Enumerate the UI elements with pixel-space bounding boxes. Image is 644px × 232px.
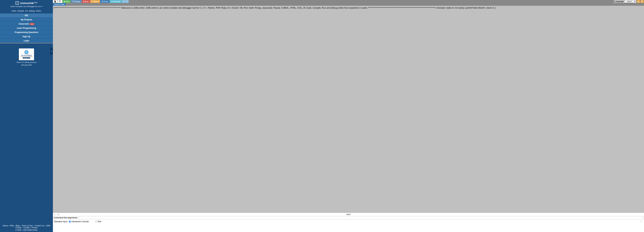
footer-about[interactable]: About [3, 225, 8, 227]
save-icon: 🖫 [102, 0, 104, 2]
expand-panel-button[interactable]: ⤢ [58, 213, 59, 216]
beautify-label: Beautify [114, 0, 120, 2]
gear-icon: ⚙ [641, 0, 643, 3]
stdin-label: Standard Input: [54, 221, 68, 223]
language-select[interactable]: -- select -- [624, 0, 636, 3]
play-icon: ▶ [64, 0, 66, 3]
stop-button[interactable]: ■Stop [82, 0, 90, 3]
nav-label: Classroom [19, 23, 29, 25]
radio-text[interactable] [95, 221, 97, 223]
sidebar: f OnlineGDBbeta online compiler and debu… [0, 0, 53, 232]
footer-contact[interactable]: Contact Us [35, 225, 44, 227]
stdin-text-option[interactable]: Text [95, 221, 101, 223]
ad-line1: GOT AN OPINION? [21, 55, 32, 56]
stdin-interactive-option[interactable]: Interactive Console [69, 221, 89, 223]
ad-caption2: and get paid! [3, 64, 50, 66]
run-label: Run [66, 0, 69, 2]
sidebar-collapse-button[interactable]: ‹ [50, 48, 53, 55]
share-label: Share [94, 0, 98, 2]
save-button[interactable]: 🖫Save [100, 0, 110, 3]
tab-bar: source code [53, 3, 644, 6]
brand-badge: beta [34, 2, 38, 3]
footer-blog[interactable]: Blog [16, 225, 20, 227]
language-label: Language [614, 0, 624, 3]
input-title: input [346, 213, 351, 216]
brand-name[interactable]: OnlineGDBbeta [20, 2, 38, 4]
radio-text-label: Text [98, 221, 101, 223]
input-header: ⌄ ⤢ input [53, 213, 644, 216]
debug-button[interactable]: ⦿Debug [71, 0, 82, 3]
footer-terms[interactable]: Terms of Use [22, 225, 32, 227]
ad-image: GOT AN OPINION? SHARE AND GET REWARDED ©… [19, 48, 34, 60]
radio-interactive-label: Interactive Console [72, 221, 89, 223]
output-area [53, 224, 644, 232]
nav-learn-programming[interactable]: Learn Programming [0, 26, 53, 30]
logo-area: f OnlineGDBbeta online compiler and debu… [0, 0, 53, 8]
nav-login[interactable]: Login [0, 39, 53, 43]
upload-icon [59, 0, 61, 2]
stop-icon: ■ [83, 0, 84, 2]
download-icon: ⭳ [124, 0, 126, 2]
args-label: Command line arguments: [54, 217, 78, 219]
settings-button[interactable]: ⚙ [641, 0, 644, 3]
ad-line2: SHARE AND GET REWARDED [20, 56, 32, 57]
download-button[interactable]: ⭳ [122, 0, 128, 3]
new-badge: new [30, 23, 34, 25]
save-label: Save [104, 0, 108, 2]
debug-icon: ⦿ [72, 0, 74, 2]
stdin-row: Standard Input: Interactive Console Text… [53, 220, 644, 224]
footer-credits[interactable]: Credits [24, 227, 30, 229]
nav: IDE My Projects Classroomnew Learn Progr… [0, 13, 53, 43]
logo-icon: f [16, 1, 19, 5]
stop-label: Stop [85, 0, 89, 2]
main: ▶Run ⦿Debug ■Stop ↗Share 🖫Save { }Beauti… [53, 0, 644, 232]
ad-line3: ©Rakuten AIP [23, 57, 30, 58]
args-row: Command line arguments: [53, 216, 644, 220]
radio-interactive[interactable] [69, 221, 71, 223]
nav-label: IDE [25, 14, 28, 17]
tagline: online compiler and debugger for c/c++ [0, 5, 53, 7]
copyright: © 2016 - 2023 GDB Online [1, 229, 52, 231]
footer-privacy[interactable]: Privacy [32, 227, 38, 229]
code-editor[interactable]: /***************************************… [53, 6, 644, 213]
collapse-panel-button[interactable]: ⌄ [54, 213, 56, 216]
share-icon: ↗ [92, 0, 93, 3]
new-file-button[interactable] [53, 0, 57, 3]
nav-my-projects[interactable]: My Projects [0, 18, 53, 22]
input-panel: ⌄ ⤢ input Command line arguments: Standa… [53, 213, 644, 232]
nav-label: Learn Programming [17, 27, 36, 29]
nav-ide[interactable]: IDE [0, 13, 53, 18]
footer: About• FAQ• Blog• Terms of Use• Contact … [0, 224, 53, 232]
file-icon [54, 0, 56, 2]
beautify-button[interactable]: { }Beautify [110, 0, 122, 3]
nav-label: Login [24, 39, 29, 42]
braces-icon: { } [111, 0, 113, 2]
nav-classroom[interactable]: Classroomnew [0, 22, 53, 26]
footer-faq[interactable]: FAQ [10, 225, 14, 227]
brand-text: OnlineGDB [20, 2, 34, 4]
info-icon: ℹ [638, 0, 639, 3]
info-button[interactable]: ℹ [637, 0, 640, 3]
footer-links: About• FAQ• Blog• Terms of Use• Contact … [1, 225, 52, 229]
nav-sign-up[interactable]: Sign Up [0, 34, 53, 39]
toolbar: ▶Run ⦿Debug ■Stop ↗Share 🖫Save { }Beauti… [53, 0, 644, 3]
run-button[interactable]: ▶Run [63, 0, 70, 3]
nav-label: My Projects [21, 18, 32, 21]
tab-source-code[interactable]: source code [53, 3, 66, 5]
ad-caption1: Have fun taking surveys [3, 61, 50, 63]
ad-area[interactable]: GOT AN OPINION? SHARE AND GET REWARDED ©… [0, 46, 53, 68]
nav-label: Sign Up [22, 35, 30, 38]
nav-programming-questions[interactable]: Programming Questions [0, 30, 53, 34]
debug-label: Debug [75, 0, 80, 2]
divider [0, 43, 53, 43]
bulb-icon [24, 50, 28, 54]
upload-button[interactable] [58, 0, 62, 3]
close-panel-button[interactable]: × [641, 220, 643, 223]
share-button[interactable]: ↗Share [90, 0, 100, 3]
motto: code. compile. run. debug. share. [0, 8, 53, 13]
args-input[interactable] [79, 216, 643, 219]
nav-label: Programming Questions [15, 31, 38, 33]
